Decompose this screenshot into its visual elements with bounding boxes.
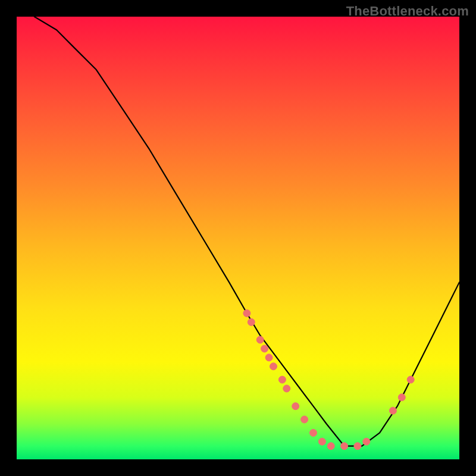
data-points [243, 310, 414, 450]
data-point [256, 336, 264, 343]
chart-svg [17, 17, 459, 459]
data-point [283, 385, 290, 392]
data-point [261, 345, 268, 352]
data-point [341, 443, 348, 450]
data-point [243, 310, 250, 317]
data-point [318, 438, 325, 445]
data-point [310, 429, 317, 436]
data-point [389, 407, 396, 414]
data-point [292, 403, 299, 410]
data-point [248, 318, 255, 325]
data-point [398, 394, 405, 401]
bottleneck-curve [35, 17, 459, 446]
data-point [327, 443, 334, 450]
data-point [363, 438, 370, 445]
data-point [407, 376, 414, 383]
data-point [301, 416, 308, 423]
data-point [278, 376, 286, 383]
chart-area [17, 17, 459, 459]
data-point [270, 363, 277, 370]
data-point [265, 354, 273, 361]
data-point [354, 443, 361, 450]
